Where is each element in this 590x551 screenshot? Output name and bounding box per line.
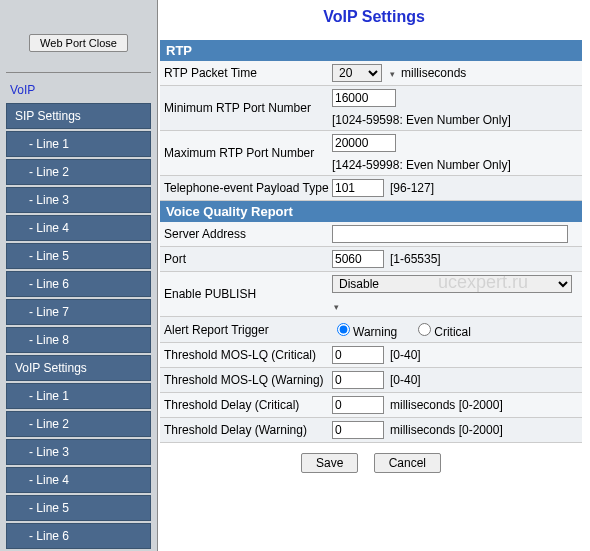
vqr-mos-warn-hint: [0-40] bbox=[390, 373, 421, 387]
vqr-alert-label: Alert Report Trigger bbox=[164, 323, 332, 337]
nav-voip-label[interactable]: VoIP bbox=[6, 81, 151, 103]
vqr-delay-warn-label: Threshold Delay (Warning) bbox=[164, 423, 332, 437]
vqr-mos-warn-input[interactable] bbox=[332, 371, 384, 389]
main-panel: VoIP Settings RTP RTP Packet Time 20 mil… bbox=[158, 0, 590, 551]
rtp-packet-time-unit: milliseconds bbox=[401, 66, 466, 80]
dropdown-icon bbox=[332, 299, 339, 313]
vqr-alert-warning-text: Warning bbox=[353, 325, 397, 339]
nav-voip-line[interactable]: - Line 6 bbox=[6, 523, 151, 549]
rtp-packet-time-select[interactable]: 20 bbox=[332, 64, 382, 82]
rtp-max-port-hint: [1424-59998: Even Number Only] bbox=[332, 158, 511, 172]
nav-sip-settings[interactable]: SIP Settings bbox=[6, 103, 151, 129]
vqr-alert-critical-text: Critical bbox=[434, 325, 471, 339]
vqr-mos-crit-hint: [0-40] bbox=[390, 348, 421, 362]
rtp-tel-evt-hint: [96-127] bbox=[390, 181, 434, 195]
vqr-alert-critical-radio[interactable] bbox=[418, 323, 431, 336]
rtp-min-port-hint: [1024-59598: Even Number Only] bbox=[332, 113, 511, 127]
rtp-section-header: RTP bbox=[160, 40, 582, 61]
nav-sip-line[interactable]: - Line 7 bbox=[6, 299, 151, 325]
dropdown-icon bbox=[388, 66, 395, 80]
rtp-tel-evt-input[interactable] bbox=[332, 179, 384, 197]
vqr-alert-warning-radio[interactable] bbox=[337, 323, 350, 336]
nav-sip-line[interactable]: - Line 1 bbox=[6, 131, 151, 157]
vqr-mos-crit-input[interactable] bbox=[332, 346, 384, 364]
rtp-max-port-input[interactable] bbox=[332, 134, 396, 152]
rtp-packet-time-label: RTP Packet Time bbox=[164, 66, 332, 80]
vqr-server-label: Server Address bbox=[164, 227, 332, 241]
vqr-section-header: Voice Quality Report bbox=[160, 201, 582, 222]
nav-sip-line[interactable]: - Line 4 bbox=[6, 215, 151, 241]
vqr-port-label: Port bbox=[164, 252, 332, 266]
nav-voip-line[interactable]: - Line 5 bbox=[6, 495, 151, 521]
nav-sip-line[interactable]: - Line 6 bbox=[6, 271, 151, 297]
nav-voip-line[interactable]: - Line 3 bbox=[6, 439, 151, 465]
save-button[interactable]: Save bbox=[301, 453, 358, 473]
vqr-mos-warn-label: Threshold MOS-LQ (Warning) bbox=[164, 373, 332, 387]
vqr-port-input[interactable] bbox=[332, 250, 384, 268]
rtp-min-port-label: Minimum RTP Port Number bbox=[164, 101, 332, 115]
page-title: VoIP Settings bbox=[158, 8, 590, 26]
vqr-delay-crit-input[interactable] bbox=[332, 396, 384, 414]
nav-sip-line[interactable]: - Line 8 bbox=[6, 327, 151, 353]
web-port-close-button[interactable]: Web Port Close bbox=[29, 34, 128, 52]
nav-voip-line[interactable]: - Line 1 bbox=[6, 383, 151, 409]
rtp-tel-evt-label: Telephone-event Payload Type bbox=[164, 181, 332, 195]
nav-sip-line[interactable]: - Line 3 bbox=[6, 187, 151, 213]
vqr-publish-select[interactable]: Disable bbox=[332, 275, 572, 293]
vqr-server-input[interactable] bbox=[332, 225, 568, 243]
vqr-alert-warning-option[interactable]: Warning bbox=[332, 320, 397, 339]
nav-voip-line[interactable]: - Line 2 bbox=[6, 411, 151, 437]
sidebar: Web Port Close VoIP SIP Settings - Line … bbox=[0, 0, 158, 551]
rtp-min-port-input[interactable] bbox=[332, 89, 396, 107]
nav-voip-settings[interactable]: VoIP Settings bbox=[6, 355, 151, 381]
vqr-publish-label: Enable PUBLISH bbox=[164, 287, 332, 301]
nav-sip-line[interactable]: - Line 5 bbox=[6, 243, 151, 269]
sidebar-divider bbox=[6, 72, 151, 73]
nav-voip-line[interactable]: - Line 4 bbox=[6, 467, 151, 493]
vqr-port-hint: [1-65535] bbox=[390, 252, 441, 266]
vqr-delay-crit-label: Threshold Delay (Critical) bbox=[164, 398, 332, 412]
vqr-delay-warn-input[interactable] bbox=[332, 421, 384, 439]
cancel-button[interactable]: Cancel bbox=[374, 453, 441, 473]
rtp-max-port-label: Maximum RTP Port Number bbox=[164, 146, 332, 160]
vqr-delay-crit-hint: milliseconds [0-2000] bbox=[390, 398, 503, 412]
vqr-mos-crit-label: Threshold MOS-LQ (Critical) bbox=[164, 348, 332, 362]
nav-sip-line[interactable]: - Line 2 bbox=[6, 159, 151, 185]
vqr-alert-critical-option[interactable]: Critical bbox=[413, 320, 471, 339]
vqr-delay-warn-hint: milliseconds [0-2000] bbox=[390, 423, 503, 437]
